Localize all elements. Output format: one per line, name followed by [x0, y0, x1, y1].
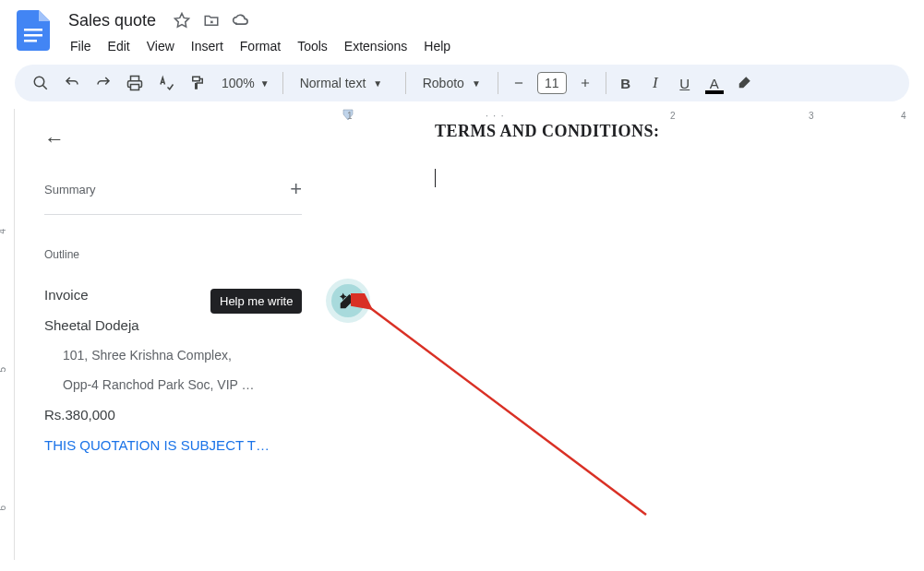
menu-format[interactable]: Format: [233, 35, 288, 57]
svg-rect-0: [24, 29, 42, 31]
svg-rect-2: [24, 40, 37, 42]
font-size-input[interactable]: [537, 72, 567, 94]
underline-button[interactable]: U: [671, 69, 699, 97]
menu-file[interactable]: File: [63, 35, 99, 57]
ruler-mark: · · ·: [486, 111, 503, 121]
decrease-font-icon[interactable]: [504, 68, 534, 98]
search-icon[interactable]: [26, 68, 55, 98]
ruler-mark: 1: [347, 111, 353, 121]
help-me-write-button[interactable]: [331, 284, 365, 317]
menu-bar: File Edit View Insert Format Tools Exten…: [63, 35, 909, 57]
undo-icon[interactable]: [57, 68, 87, 98]
menu-help[interactable]: Help: [416, 35, 458, 57]
svg-point-3: [34, 77, 44, 87]
add-summary-icon[interactable]: +: [290, 177, 302, 201]
svg-rect-1: [24, 34, 42, 37]
ruler-mark: 3: [809, 111, 814, 121]
increase-font-icon[interactable]: [570, 68, 600, 98]
document-title[interactable]: Sales quote: [63, 9, 162, 32]
print-icon[interactable]: [120, 68, 150, 98]
pencil-sparkle-icon: [340, 292, 356, 309]
menu-tools[interactable]: Tools: [290, 35, 335, 57]
highlight-button[interactable]: [730, 69, 758, 97]
menu-insert[interactable]: Insert: [184, 35, 231, 57]
outline-item[interactable]: Rs.380,000: [44, 399, 302, 430]
style-value: Normal text: [300, 76, 366, 90]
zoom-select[interactable]: 100%▼: [214, 76, 277, 90]
bold-button[interactable]: B: [612, 69, 640, 97]
outline-item[interactable]: Sheetal Dodeja: [44, 310, 302, 340]
move-icon[interactable]: [202, 11, 221, 30]
outline-item[interactable]: 101, Shree Krishna Complex,: [44, 340, 302, 370]
cloud-icon[interactable]: [232, 11, 250, 30]
italic-button[interactable]: I: [642, 69, 669, 97]
ruler-mark: 5: [0, 367, 7, 373]
text-color-button[interactable]: A: [701, 69, 728, 97]
text-cursor: [435, 169, 436, 187]
ruler-mark: 4: [901, 111, 906, 121]
back-arrow-icon[interactable]: ←: [44, 127, 65, 151]
menu-edit[interactable]: Edit: [101, 35, 138, 57]
document-heading: TERMS AND CONDITIONS:: [435, 122, 813, 141]
chevron-down-icon: ▼: [472, 78, 481, 89]
zoom-value: 100%: [222, 76, 255, 90]
docs-logo[interactable]: [15, 7, 52, 54]
chevron-down-icon: ▼: [373, 78, 382, 89]
redo-icon[interactable]: [89, 68, 118, 98]
outline-item-current[interactable]: THIS QUOTATION IS SUBJECT T…: [44, 430, 302, 460]
font-select[interactable]: Roboto▼: [412, 76, 492, 90]
separator: [606, 72, 606, 94]
outline-item[interactable]: Opp-4 Ranchod Park Soc, VIP …: [44, 370, 302, 399]
ruler-mark: 4: [0, 229, 7, 234]
menu-extensions[interactable]: Extensions: [337, 35, 414, 57]
summary-label: Summary: [44, 183, 96, 196]
font-value: Roboto: [423, 76, 464, 90]
separator: [498, 72, 498, 94]
separator: [282, 72, 283, 94]
ruler-mark: 2: [670, 111, 676, 121]
separator: [405, 72, 406, 94]
star-icon[interactable]: [173, 11, 191, 30]
paragraph-style-select[interactable]: Normal text▼: [289, 76, 400, 90]
paint-format-icon[interactable]: [183, 68, 212, 98]
vertical-ruler: 4 5 6: [0, 109, 15, 560]
ruler-mark: 6: [0, 506, 7, 511]
document-page[interactable]: TERMS AND CONDITIONS:: [324, 122, 924, 187]
chevron-down-icon: ▼: [260, 78, 270, 89]
help-write-tooltip: Help me write: [210, 289, 302, 314]
spellcheck-icon[interactable]: [151, 68, 181, 98]
divider: [44, 214, 302, 215]
toolbar: 100%▼ Normal text▼ Roboto▼ B I U A: [15, 65, 909, 101]
outline-label: Outline: [44, 248, 302, 261]
outline-panel: ← Summary + Outline Invoice Sheetal Dode…: [15, 109, 324, 560]
menu-view[interactable]: View: [139, 35, 182, 57]
